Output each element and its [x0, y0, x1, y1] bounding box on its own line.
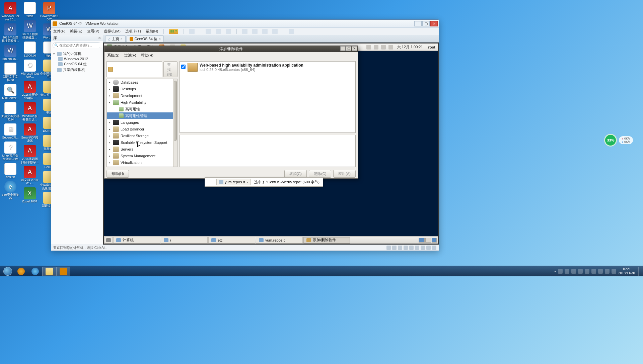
desktop-icon[interactable]: 🔍MiniSniffer...	[1, 83, 19, 100]
workspace-switcher[interactable]	[419, 238, 438, 243]
maximize-button[interactable]: ▢	[422, 21, 430, 26]
yum-folder-chip[interactable]: yum.repos.d▾	[216, 179, 251, 185]
tray-icon[interactable]	[366, 45, 371, 50]
menu-edit[interactable]: 编辑(E)	[70, 29, 82, 34]
panel-user[interactable]: root	[426, 45, 438, 49]
expand-arrow-icon[interactable]: ▸	[108, 94, 111, 97]
pk-category-item[interactable]: ▸Virtualization	[107, 159, 173, 166]
pk-close-button[interactable]: ✕	[352, 46, 357, 51]
status-device-icon[interactable]	[421, 246, 425, 250]
tray-icon[interactable]	[558, 269, 563, 274]
expand-arrow-icon[interactable]: ▸	[108, 154, 111, 158]
vmware-titlebar[interactable]: CentOS 64 位 - VMware Workstation — ▢ ✕	[51, 20, 439, 28]
status-device-icon[interactable]	[426, 246, 431, 250]
toolbar-icon[interactable]	[216, 29, 221, 34]
packagekit-titlebar[interactable]: 添加/删除软件 _ ▢ ✕	[104, 46, 358, 52]
pk-maximize-button[interactable]: ▢	[346, 46, 351, 51]
network-monitor-widget[interactable]: 33% ↑0K/s ↓0K/s	[604, 134, 633, 147]
taskbar-item-packagekit[interactable]: 添加/删除软件	[303, 237, 350, 244]
workspace-3[interactable]	[432, 238, 437, 243]
pk-subcategory-item[interactable]: 高可用性管理	[107, 112, 173, 119]
sidebar-search[interactable]: 🔍 ▼	[53, 42, 101, 48]
taskbar-item[interactable]	[104, 237, 113, 244]
taskbar-pin-vmware[interactable]	[56, 267, 70, 276]
status-device-icon[interactable]	[415, 246, 419, 250]
panel-clock[interactable]: 六 12月 1 00:21	[395, 44, 426, 50]
pk-help-button[interactable]: 帮助(H)	[106, 170, 129, 178]
tree-vm-item[interactable]: CentOS 64 位	[52, 61, 102, 67]
status-device-icon[interactable]	[386, 246, 391, 250]
minimize-button[interactable]: —	[414, 21, 422, 26]
tray-icon[interactable]	[591, 269, 596, 274]
desktop-icon[interactable]: PPowerPoint 2007	[40, 1, 58, 21]
pk-category-item[interactable]: ▸Development	[107, 92, 173, 99]
tray-icon[interactable]	[585, 269, 589, 274]
tree-root-my-computer[interactable]: ▾我的计算机	[52, 51, 102, 57]
toolbar-icon[interactable]	[289, 29, 294, 34]
toolbar-icon[interactable]	[252, 29, 258, 34]
menu-tabs[interactable]: 选项卡(T)	[125, 29, 141, 34]
toolbar-icon[interactable]	[262, 29, 268, 34]
desktop-icon[interactable]: W20170116...	[1, 44, 19, 61]
expand-arrow-icon[interactable]: ▸	[108, 134, 111, 138]
tab-vm-centos[interactable]: CentOS 64 位×	[127, 35, 164, 42]
tab-close-icon[interactable]: ×	[159, 37, 161, 41]
taskbar-item-computer[interactable]: 计算机	[113, 237, 160, 244]
pk-package-list[interactable]: Web-based high availability administrati…	[180, 61, 356, 133]
show-desktop-button[interactable]	[638, 267, 642, 276]
tray-volume-icon[interactable]	[612, 269, 616, 274]
close-button[interactable]: ✕	[430, 21, 438, 26]
sidebar-search-input[interactable]	[58, 43, 103, 48]
desktop-icon[interactable]: AWindows服务器架设...	[21, 101, 39, 121]
menu-file[interactable]: 文件(F)	[53, 29, 65, 34]
tray-icon[interactable]	[388, 45, 393, 50]
desktop-icon[interactable]: AWindows Server 20...	[1, 1, 19, 21]
toolbar-icon[interactable]	[189, 29, 195, 34]
pk-category-item[interactable]: ▸Databases	[107, 79, 173, 86]
pk-apply-button[interactable]: 应用(A)	[333, 170, 356, 178]
desktop-icon[interactable]: 🖥SecureCR...	[1, 123, 19, 140]
expand-arrow-icon[interactable]: ▸	[108, 127, 111, 131]
pk-package-checkbox[interactable]	[181, 65, 186, 69]
menu-vm[interactable]: 虚拟机(M)	[104, 29, 121, 34]
toolbar-icon[interactable]	[272, 29, 278, 34]
desktop-icon[interactable]: fstab	[21, 1, 39, 18]
taskbar-pin-folder[interactable]	[42, 267, 56, 276]
desktop-icon[interactable]: dns.txt	[1, 162, 19, 179]
expand-arrow-icon[interactable]: ▸	[108, 81, 111, 84]
tree-shared-vms[interactable]: 共享的虚拟机	[52, 67, 102, 73]
tray-icon[interactable]	[381, 45, 386, 50]
pk-subcategory-item[interactable]: 高可用性	[107, 106, 173, 112]
pk-menu-system[interactable]: 系统(S)	[107, 53, 120, 58]
tray-icon[interactable]	[374, 45, 378, 50]
pk-category-item[interactable]: ▸Languages	[107, 119, 173, 126]
expand-arrow-icon[interactable]: ▾	[108, 101, 111, 104]
desktop-icon[interactable]: A新文档 2018-01-...	[21, 165, 39, 185]
pk-tree-scrollbar[interactable]	[173, 79, 177, 167]
expand-arrow-icon[interactable]: ▸	[108, 87, 111, 91]
pk-category-tree[interactable]: ▸Databases▸Desktops▸Development▾High Ava…	[106, 79, 177, 167]
tab-home[interactable]: ⌂主页×	[105, 35, 126, 42]
desktop-icon[interactable]: e360安全浏览器	[1, 180, 19, 200]
tray-icon[interactable]	[605, 269, 610, 274]
desktop-icon[interactable]: ?Linux常用命令全集CHM	[1, 141, 19, 161]
taskbar-clock[interactable]: 16:21 2018/11/30	[618, 267, 635, 275]
desktop-icon[interactable]: A2016浅四回归目录数字...	[21, 144, 39, 164]
tray-chevron-up-icon[interactable]: ▴	[554, 269, 556, 273]
pk-search-box[interactable]	[106, 61, 162, 77]
taskbar-item-yum-repos[interactable]: yum.repos.d	[256, 237, 303, 244]
pk-package-row[interactable]: Web-based high availability administrati…	[181, 63, 354, 72]
menu-help[interactable]: 帮助(H)	[146, 29, 158, 34]
tab-close-icon[interactable]: ×	[121, 37, 123, 41]
tray-icon[interactable]	[565, 269, 569, 274]
pk-search-button[interactable]: 查找(N)	[163, 61, 177, 77]
status-device-icon[interactable]	[432, 246, 436, 250]
desktop-icon[interactable]: XExcel 2007	[21, 187, 39, 203]
taskbar-item-root[interactable]: /	[161, 237, 208, 244]
tray-icon[interactable]	[571, 269, 576, 274]
toolbar-icon[interactable]	[226, 29, 231, 34]
pk-menu-help[interactable]: 帮助(H)	[141, 53, 153, 58]
chevron-down-icon[interactable]: ▾	[247, 181, 248, 184]
pk-minimize-button[interactable]: _	[340, 46, 346, 51]
pk-category-item[interactable]: ▸System Management	[107, 153, 173, 159]
